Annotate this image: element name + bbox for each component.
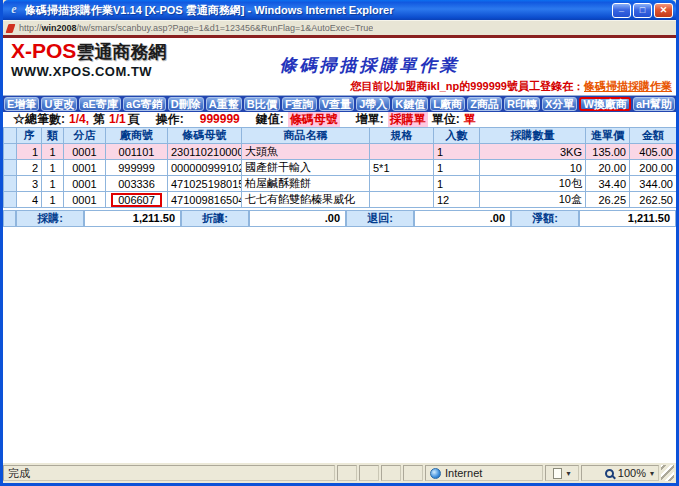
cell-unit-price: 20.00 xyxy=(586,160,630,176)
cell-seq: 3 xyxy=(17,176,42,192)
cell-purchase-qty: 10包 xyxy=(480,176,586,192)
resize-grip[interactable] xyxy=(661,465,674,481)
table-row[interactable]: 4 1 0001 006607 4710098165043 七七有餡雙餡榛果威化… xyxy=(4,192,677,208)
header-unit-price: 進單價 xyxy=(586,128,630,144)
toolbar-button-key-value[interactable]: K鍵值 xyxy=(392,97,428,111)
cell-vendor: 003336 xyxy=(106,176,168,192)
total-count-label: ☆總筆數: xyxy=(13,112,65,127)
status-panel-spacer xyxy=(381,465,401,481)
total-count-value: 1/4, xyxy=(69,112,89,127)
header-seq: 序 xyxy=(17,128,42,144)
net-total-value: 1,211.50 xyxy=(579,210,676,227)
security-zone-label: Internet xyxy=(445,467,482,479)
add-order-value: 採購單 xyxy=(388,112,428,127)
empty-page-area xyxy=(3,227,676,462)
internet-globe-icon xyxy=(430,468,441,479)
toolbar-button-send-stock[interactable]: aE寄庫 xyxy=(79,97,121,111)
cell-product-name: 柏屋鹹酥雞餅 xyxy=(242,176,370,192)
status-panel-spacer xyxy=(337,465,357,481)
cell-units: 1 xyxy=(434,176,480,192)
ie-window: e 條碼掃描採購作業V1.14 [X-POS 雲通商務網] - Windows … xyxy=(0,0,679,486)
key-value: 條碼母號 xyxy=(288,112,340,127)
row-selector[interactable] xyxy=(4,192,17,208)
row-selector[interactable] xyxy=(4,144,17,160)
cell-store: 0001 xyxy=(64,160,106,176)
cell-class: 1 xyxy=(42,192,64,208)
status-panel-spacer xyxy=(403,465,423,481)
login-info: 您目前以加盟商ikl_np的999999號員工登錄在：條碼掃描採購作業 xyxy=(351,79,673,94)
toolbar-button-help[interactable]: aH幫助 xyxy=(633,97,675,111)
header-store: 分店 xyxy=(64,128,106,144)
header-purchase-qty: 採購數量 xyxy=(480,128,586,144)
toolbar-button-check-qty[interactable]: V查量 xyxy=(319,97,354,111)
cell-seq: 1 xyxy=(17,144,42,160)
cell-unit-price: 135.00 xyxy=(586,144,630,160)
toolbar-button-vendor[interactable]: L廠商 xyxy=(430,97,465,111)
cell-spec xyxy=(370,192,434,208)
protected-mode-panel[interactable]: ▾ xyxy=(545,465,579,481)
cell-vendor: 999999 xyxy=(106,160,168,176)
table-row[interactable]: 3 1 0001 003336 4710251980155 柏屋鹹酥雞餅 1 1… xyxy=(4,176,677,192)
cell-amount: 344.00 xyxy=(630,176,677,192)
minimize-button[interactable]: _ xyxy=(612,3,631,18)
cell-store: 0001 xyxy=(64,176,106,192)
zoom-level: 100% xyxy=(618,467,646,479)
purchase-items-table: 序 類 分店 廠商號 條碼母號 商品名稱 規格 入數 採購數量 進單價 金額 1… xyxy=(3,127,676,208)
toolbar-button-print-transfer[interactable]: R印轉 xyxy=(504,97,540,111)
discount-label: 折讓: xyxy=(181,210,249,227)
cell-store: 0001 xyxy=(64,144,106,160)
toolbar-button-product[interactable]: Z商品 xyxy=(467,97,502,111)
url-text[interactable]: http://win2008/tw/smars/scanbuy.asp?Page… xyxy=(19,23,373,33)
toolbar-button-edit[interactable]: U更改 xyxy=(41,97,77,111)
page-title: 條碼掃描採購單作業 xyxy=(183,54,556,77)
cell-spec xyxy=(370,144,434,160)
toolbar-button-add[interactable]: E增筆 xyxy=(4,97,39,111)
cell-store: 0001 xyxy=(64,192,106,208)
cell-units: 1 xyxy=(434,160,480,176)
chevron-down-icon: ▾ xyxy=(650,469,654,478)
table-header-row: 序 類 分店 廠商號 條碼母號 商品名稱 規格 入數 採購數量 進單價 金額 xyxy=(4,128,677,144)
vendor-highlight-box: 006607 xyxy=(111,193,162,207)
toolbar-button-query[interactable]: F查詢 xyxy=(282,97,317,111)
cell-barcode: 4710098165043 xyxy=(168,192,242,208)
header-spec: 規格 xyxy=(370,128,434,144)
table-row[interactable]: 1 1 0001 001101 2301102100000 大頭魚 1 3KG … xyxy=(4,144,677,160)
toolbar-button-split-order[interactable]: X分單 xyxy=(542,97,577,111)
close-button[interactable]: ✕ xyxy=(654,3,673,18)
record-status-row: ☆總筆數: 1/4, 第 1/1 頁 操作: 999999 鍵值: 條碼母號 增… xyxy=(3,112,676,127)
row-selector[interactable] xyxy=(4,160,17,176)
toolbar-button-refresh[interactable]: A重整 xyxy=(206,97,242,111)
security-zone-panel: Internet xyxy=(425,465,543,481)
toolbar-button-import[interactable]: J帶入 xyxy=(356,97,390,111)
cell-barcode: 2301102100000 xyxy=(168,144,242,160)
discount-value: .00 xyxy=(249,210,346,227)
cell-seq: 2 xyxy=(17,160,42,176)
login-module-link[interactable]: 條碼掃描採購作業 xyxy=(584,80,672,92)
return-value: .00 xyxy=(414,210,511,227)
xpos-logo: X-POS雲通商務網 WWW.XPOS.COM.TW xyxy=(11,40,166,80)
cell-amount: 405.00 xyxy=(630,144,677,160)
zoom-control[interactable]: 100% ▾ xyxy=(581,465,659,481)
row-selector[interactable] xyxy=(4,176,17,192)
toolbar-button-delete[interactable]: D刪除 xyxy=(168,97,204,111)
window-title: 條碼掃描採購作業V1.14 [X-POS 雲通商務網] - Windows In… xyxy=(25,3,610,18)
status-bar: 完成 Internet ▾ 100% ▾ xyxy=(3,462,676,483)
toolbar-button-compare-price[interactable]: B比價 xyxy=(244,97,280,111)
toolbar-button-change-vendor[interactable]: W換廠商 xyxy=(579,97,630,111)
logo-main: X-POS xyxy=(11,39,76,62)
title-bar: e 條碼掃描採購作業V1.14 [X-POS 雲通商務網] - Windows … xyxy=(3,0,676,20)
table-row[interactable]: 2 1 0001 999999 0000009991026 國產餅干輸入 5*1… xyxy=(4,160,677,176)
cell-amount: 262.50 xyxy=(630,192,677,208)
toolbar-button-send-sale[interactable]: aG寄銷 xyxy=(123,97,166,111)
cell-product-name: 七七有餡雙餡榛果威化 xyxy=(242,192,370,208)
cell-barcode: 0000009991026 xyxy=(168,160,242,176)
cell-class: 1 xyxy=(42,160,64,176)
page-suffix: 頁 xyxy=(128,112,140,127)
header-amount: 金額 xyxy=(630,128,677,144)
status-message: 完成 xyxy=(8,466,30,481)
address-bar[interactable]: http://win2008/tw/smars/scanbuy.asp?Page… xyxy=(3,20,676,35)
maximize-button[interactable]: □ xyxy=(633,3,652,18)
chevron-down-icon: ▾ xyxy=(566,469,570,478)
cell-spec xyxy=(370,176,434,192)
totals-stub xyxy=(3,210,16,227)
